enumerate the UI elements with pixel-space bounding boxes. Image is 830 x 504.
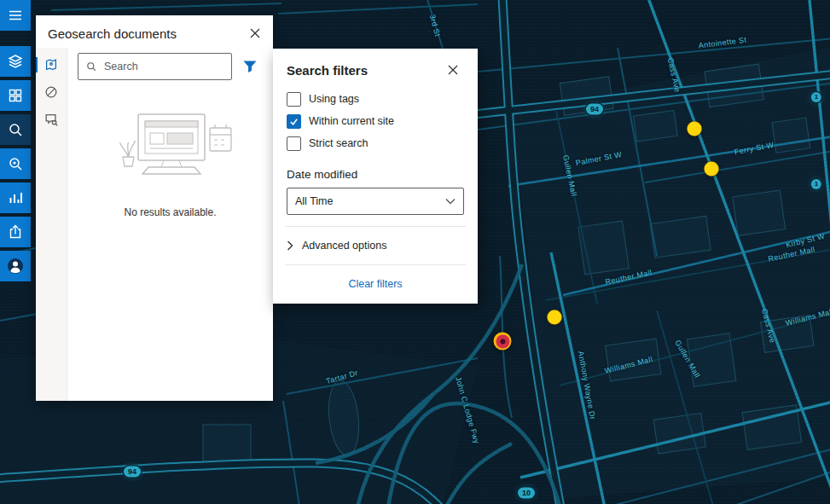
checkbox-label: Within current site	[309, 115, 394, 127]
share-icon	[7, 223, 24, 240]
geosearch-body: No results available.	[36, 48, 273, 401]
menu-button[interactable]	[0, 0, 31, 31]
map-results-button[interactable]	[36, 51, 67, 78]
analytics-button[interactable]	[0, 182, 31, 213]
geosearch-main: No results available.	[67, 48, 273, 401]
comment-search-button[interactable]	[36, 106, 67, 133]
layers-icon	[7, 53, 24, 70]
menu-icon	[7, 7, 24, 24]
search-input[interactable]	[102, 60, 224, 73]
empty-state-illustration	[106, 106, 235, 188]
checkbox-box	[287, 92, 301, 107]
checkbox-using-tags[interactable]: Using tags	[287, 88, 464, 110]
close-icon	[448, 65, 458, 75]
date-modified-dropdown[interactable]: All Time	[287, 188, 464, 215]
app-rail	[0, 0, 31, 281]
map-marker[interactable]	[688, 122, 702, 136]
rail-stack	[0, 46, 31, 281]
map-marker[interactable]	[548, 310, 562, 325]
search-icon	[7, 121, 24, 138]
chevron-down-icon	[445, 198, 456, 205]
clear-filters-button[interactable]: Clear filters	[343, 276, 407, 292]
geosearch-icon	[7, 155, 24, 172]
geosearch-tool-button[interactable]	[0, 148, 31, 179]
search-tool-button[interactable]	[0, 114, 31, 145]
checkbox-label: Using tags	[309, 93, 359, 105]
chevron-right-icon	[287, 240, 293, 251]
close-button[interactable]	[244, 22, 266, 44]
checkbox-label: Strict search	[309, 137, 368, 149]
filter-funnel-icon	[241, 58, 258, 75]
user-avatar-icon	[6, 257, 25, 275]
divider	[285, 264, 466, 265]
geosearch-panel: Geosearch documents	[36, 15, 273, 401]
search-field-wrap	[78, 53, 232, 80]
advanced-options-toggle[interactable]: Advanced options	[287, 238, 386, 253]
filters-close-button[interactable]	[442, 59, 464, 81]
close-icon	[250, 28, 260, 38]
geosearch-header: Geosearch documents	[36, 15, 273, 48]
advanced-options-label: Advanced options	[302, 240, 386, 252]
checkbox-within-current-site[interactable]: Within current site	[287, 110, 464, 132]
map-results-icon	[44, 57, 59, 72]
empty-state-message: No results available.	[124, 206, 216, 218]
hide-results-button[interactable]	[36, 78, 67, 106]
checkmark-icon	[289, 117, 299, 126]
checkbox-box	[287, 136, 301, 151]
panel-title: Geosearch documents	[48, 26, 177, 41]
geosearch-toolbar	[36, 48, 67, 401]
map-marker[interactable]	[705, 162, 719, 177]
comment-search-icon	[44, 112, 59, 127]
layers-button[interactable]	[0, 46, 31, 77]
bar-chart-icon	[7, 189, 24, 206]
app-window: 3rd StAntoinette StCass AvePalmer St WFe…	[0, 0, 830, 504]
filters-title: Search filters	[287, 63, 368, 78]
checkbox-box	[287, 114, 301, 129]
share-button[interactable]	[0, 217, 31, 247]
blocked-icon	[44, 84, 59, 100]
profile-button[interactable]	[0, 251, 31, 281]
divider	[285, 226, 466, 227]
search-row	[78, 53, 263, 80]
dropdown-value: All Time	[295, 195, 333, 207]
search-icon	[85, 61, 97, 72]
filter-button[interactable]	[237, 54, 263, 79]
empty-state: No results available.	[78, 80, 263, 392]
map-marker-selected[interactable]	[494, 333, 512, 350]
checkbox-strict-search[interactable]: Strict search	[287, 132, 464, 154]
apps-grid-button[interactable]	[0, 80, 31, 111]
search-filters-panel: Search filters Using tags Within current…	[273, 49, 478, 304]
apps-grid-icon	[7, 87, 24, 104]
filters-header: Search filters	[287, 59, 464, 81]
date-modified-label: Date modified	[287, 168, 464, 181]
